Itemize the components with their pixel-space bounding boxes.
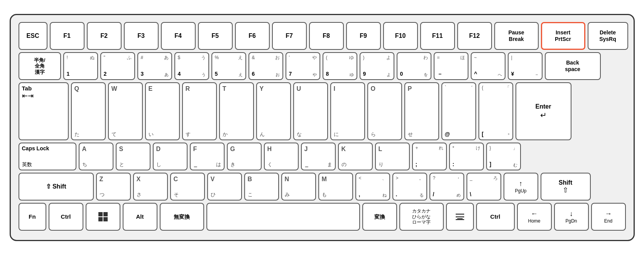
key-z[interactable]: Z つ bbox=[96, 173, 131, 201]
key-comma[interactable]: <、 ,ね bbox=[355, 173, 390, 201]
key-kana[interactable]: カタカナひらがなローマ字 bbox=[399, 203, 444, 231]
keyboard: ESC F1 F2 F3 F4 F5 F6 F7 F8 F9 F10 F11 F… bbox=[10, 14, 635, 241]
key-v[interactable]: V ひ bbox=[207, 173, 242, 201]
fn-row: ESC F1 F2 F3 F4 F5 F6 F7 F8 F9 F10 F11 F… bbox=[19, 22, 626, 50]
key-2[interactable]: "ふ 2 bbox=[100, 52, 135, 80]
key-f2[interactable]: F2 bbox=[87, 22, 122, 50]
key-caret[interactable]: ~ ^へ bbox=[471, 52, 505, 80]
key-alt[interactable]: Alt bbox=[123, 203, 157, 231]
key-space[interactable] bbox=[206, 203, 360, 231]
svg-rect-1 bbox=[103, 212, 108, 216]
key-c[interactable]: C そ bbox=[170, 173, 205, 201]
key-t[interactable]: T か bbox=[219, 82, 254, 140]
key-6[interactable]: &お 6お bbox=[248, 52, 283, 80]
key-j[interactable]: J ＿ま bbox=[301, 143, 336, 170]
key-muhenkan[interactable]: 無変換 bbox=[160, 203, 204, 231]
app-menu-icon bbox=[456, 213, 464, 221]
key-windows[interactable] bbox=[86, 203, 120, 231]
key-k[interactable]: K の bbox=[338, 143, 373, 170]
key-caps[interactable]: Caps Lock 英数 bbox=[19, 143, 76, 170]
key-backspace[interactable]: Backspace bbox=[545, 52, 601, 80]
key-f1[interactable]: F1 bbox=[50, 22, 85, 50]
key-d[interactable]: D し bbox=[153, 143, 188, 170]
key-g[interactable]: G き bbox=[227, 143, 262, 170]
key-delete[interactable]: DeleteSysRq bbox=[588, 22, 628, 50]
tab-row: Tab ⇤⇥ Q た W て E い R す T か Y ん U な bbox=[19, 82, 626, 140]
caps-row: Caps Lock 英数 A ち S と D し F ＿は G き H く J bbox=[19, 143, 626, 170]
key-l[interactable]: L り bbox=[375, 143, 410, 170]
key-r[interactable]: R す bbox=[182, 82, 217, 140]
svg-rect-0 bbox=[98, 212, 103, 216]
key-at[interactable]: `゛ @ bbox=[441, 82, 476, 140]
key-f9[interactable]: F9 bbox=[346, 22, 381, 50]
key-f5[interactable]: F5 bbox=[198, 22, 233, 50]
key-q[interactable]: Q た bbox=[71, 82, 106, 140]
key-i[interactable]: I に bbox=[330, 82, 365, 140]
key-henkan[interactable]: 変換 bbox=[362, 203, 397, 231]
key-1[interactable]: !ぬ 1 bbox=[63, 52, 98, 80]
key-0[interactable]: わ 0を bbox=[397, 52, 431, 80]
key-pgup[interactable]: ↑ PgUp bbox=[504, 173, 538, 201]
key-u[interactable]: U な bbox=[293, 82, 328, 140]
key-f[interactable]: F ＿は bbox=[190, 143, 225, 170]
key-m[interactable]: M も bbox=[318, 173, 353, 201]
key-rbracket[interactable]: }」 ]む bbox=[486, 143, 521, 170]
key-w[interactable]: W て bbox=[108, 82, 143, 140]
key-p[interactable]: P せ bbox=[404, 82, 439, 140]
svg-rect-2 bbox=[98, 217, 103, 221]
bottom-row: Fn Ctrl Alt 無変換 変換 カタカナひらがなローマ字 Ctrl ← bbox=[19, 203, 626, 231]
key-f12[interactable]: F12 bbox=[457, 22, 492, 50]
svg-rect-5 bbox=[456, 216, 464, 218]
key-4[interactable]: $う 4う bbox=[174, 52, 209, 80]
key-tab[interactable]: Tab ⇤⇥ bbox=[19, 82, 69, 140]
key-semicolon[interactable]: +れ ; bbox=[412, 143, 447, 170]
svg-rect-6 bbox=[456, 219, 464, 220]
key-x[interactable]: X さ bbox=[133, 173, 168, 201]
key-pause[interactable]: PauseBreak bbox=[494, 22, 539, 50]
svg-rect-7 bbox=[457, 218, 463, 219]
key-y[interactable]: Y ん bbox=[256, 82, 291, 140]
key-yen[interactable]: | ¥－ bbox=[508, 52, 543, 80]
key-ctrl-right[interactable]: Ctrl bbox=[476, 203, 515, 231]
svg-rect-4 bbox=[456, 214, 464, 215]
key-n[interactable]: N み bbox=[281, 173, 316, 201]
key-f6[interactable]: F6 bbox=[235, 22, 270, 50]
key-f11[interactable]: F11 bbox=[420, 22, 455, 50]
key-e[interactable]: E い bbox=[145, 82, 180, 140]
key-fn[interactable]: Fn bbox=[19, 203, 46, 231]
key-minus[interactable]: =ほ － bbox=[434, 52, 468, 80]
key-o[interactable]: O ら bbox=[367, 82, 402, 140]
num-row: 半角/全角漢字 !ぬ 1 "ふ 2 #あ 3あ $う 4う %え 5え &お 6… bbox=[19, 52, 626, 80]
key-h[interactable]: H く bbox=[264, 143, 299, 170]
key-f8[interactable]: F8 bbox=[309, 22, 344, 50]
key-enter[interactable]: Enter ↵ bbox=[516, 82, 571, 140]
key-backslash[interactable]: _ろ \ bbox=[467, 173, 501, 201]
key-f10[interactable]: F10 bbox=[383, 22, 418, 50]
key-9[interactable]: )よ 9よ bbox=[360, 52, 394, 80]
shift-row: ⇧ Shift Z つ X さ C そ V ひ B こ N み M も bbox=[19, 173, 626, 201]
key-f7[interactable]: F7 bbox=[272, 22, 307, 50]
key-b[interactable]: B こ bbox=[244, 173, 279, 201]
key-8[interactable]: (ゆ 8ゆ bbox=[323, 52, 357, 80]
key-a[interactable]: A ち bbox=[79, 143, 113, 170]
key-home[interactable]: ← Home bbox=[517, 203, 552, 231]
key-insert[interactable]: InsertPrtScr bbox=[541, 22, 585, 50]
key-ctrl-left[interactable]: Ctrl bbox=[49, 203, 83, 231]
key-colon[interactable]: *け : bbox=[449, 143, 484, 170]
key-3[interactable]: #あ 3あ bbox=[137, 52, 172, 80]
key-s[interactable]: S と bbox=[116, 143, 150, 170]
key-app[interactable] bbox=[446, 203, 474, 231]
key-f3[interactable]: F3 bbox=[124, 22, 159, 50]
key-5[interactable]: %え 5え bbox=[211, 52, 246, 80]
key-f4[interactable]: F4 bbox=[161, 22, 196, 50]
key-end[interactable]: → End bbox=[591, 203, 626, 231]
key-pgdn[interactable]: ↓ PgDn bbox=[554, 203, 589, 231]
key-slash[interactable]: ?・ /め bbox=[429, 173, 464, 201]
key-7[interactable]: 'や 7や bbox=[286, 52, 320, 80]
key-shift-right[interactable]: Shift ⇧ bbox=[541, 173, 591, 201]
key-esc[interactable]: ESC bbox=[19, 22, 47, 50]
key-lbracket[interactable]: {「 [° bbox=[478, 82, 513, 140]
key-shift-left[interactable]: ⇧ Shift bbox=[19, 173, 94, 201]
key-period[interactable]: >。 .る bbox=[392, 173, 427, 201]
key-hankaku[interactable]: 半角/全角漢字 bbox=[19, 52, 61, 80]
